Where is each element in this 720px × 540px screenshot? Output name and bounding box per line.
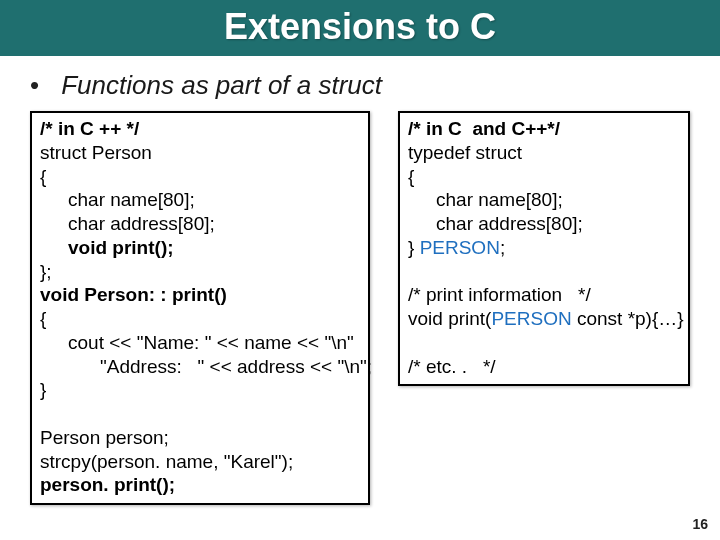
text: void print(: [408, 308, 491, 329]
code-line: {: [408, 165, 680, 189]
code-line: /* etc. . */: [408, 355, 680, 379]
code-line: cout << "Name: " << name << "\n": [40, 331, 360, 355]
code-line: {: [40, 307, 360, 331]
code-blank: [408, 331, 680, 355]
code-line: } PERSON;: [408, 236, 680, 260]
code-columns: /* in C ++ */ struct Person { char name[…: [0, 111, 720, 505]
code-line: char address[80];: [40, 212, 360, 236]
type-token: PERSON: [491, 308, 571, 329]
slide-title: Extensions to C: [0, 0, 720, 56]
right-code-box: /* in C and C++*/ typedef struct { char …: [398, 111, 690, 386]
code-blank: [40, 402, 360, 426]
code-line: void print();: [40, 236, 360, 260]
code-line: /* print information */: [408, 283, 680, 307]
text: const *p){…}: [572, 308, 684, 329]
code-line: char name[80];: [408, 188, 680, 212]
code-line: void Person: : print(): [40, 283, 360, 307]
code-line: };: [40, 260, 360, 284]
code-line: "Address: " << address << "\n";: [40, 355, 360, 379]
code-line: }: [40, 378, 360, 402]
code-line: char address[80];: [408, 212, 680, 236]
text: }: [408, 237, 420, 258]
code-line: typedef struct: [408, 141, 680, 165]
code-line: person. print();: [40, 473, 360, 497]
type-token: PERSON: [420, 237, 500, 258]
code-line: void print(PERSON const *p){…}: [408, 307, 680, 331]
right-comment: /* in C and C++*/: [408, 117, 680, 141]
left-comment: /* in C ++ */: [40, 117, 360, 141]
code-line: Person person;: [40, 426, 360, 450]
code-line: char name[80];: [40, 188, 360, 212]
bullet-text: Functions as part of a struct: [61, 70, 382, 100]
bullet-dot: •: [30, 70, 54, 101]
left-code-box: /* in C ++ */ struct Person { char name[…: [30, 111, 370, 505]
page-number: 16: [692, 516, 708, 532]
bullet-line: • Functions as part of a struct: [30, 70, 720, 101]
code-blank: [408, 260, 680, 284]
code-line: strcpy(person. name, "Karel");: [40, 450, 360, 474]
text: ;: [500, 237, 505, 258]
code-line: struct Person: [40, 141, 360, 165]
code-line: {: [40, 165, 360, 189]
